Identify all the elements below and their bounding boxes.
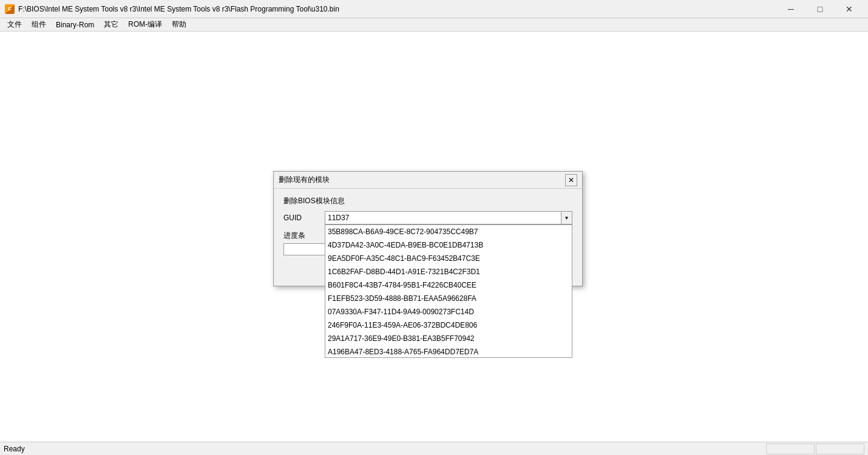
dropdown-item[interactable]: 4D37DA42-3A0C-4EDA-B9EB-BC0E1DB4713B xyxy=(325,238,572,252)
guid-container: ▼ 35B898CA-B6A9-49CE-8C72-904735CC49B74D… xyxy=(325,211,572,224)
dialog-delete-module: 删除现有的模块 ✕ 删除BIOS模块信息 GUID ▼ 35B898CA-B6A… xyxy=(273,171,583,286)
window-title: F:\BIOS\Intel ME System Tools v8 r3\Inte… xyxy=(18,5,777,13)
maximize-button[interactable]: □ xyxy=(806,0,834,18)
guid-input[interactable] xyxy=(325,211,561,224)
status-text: Ready xyxy=(4,445,25,453)
dropdown-item[interactable]: B601F8C4-43B7-4784-95B1-F4226CB40CEE xyxy=(325,278,572,292)
dropdown-item[interactable]: 9EA5DF0F-A35C-48C1-BAC9-F63452B47C3E xyxy=(325,252,572,265)
main-area: 删除现有的模块 ✕ 删除BIOS模块信息 GUID ▼ 35B898CA-B6A… xyxy=(0,32,868,442)
window-controls: ─ □ ✕ xyxy=(777,0,863,18)
menu-item-binary-rom[interactable]: Binary-Rom xyxy=(51,18,99,32)
dialog-title: 删除现有的模块 xyxy=(279,175,565,185)
status-panel-2 xyxy=(816,443,864,454)
dropdown-item[interactable]: F1EFB523-3D59-4888-BB71-EAA5A96628FA xyxy=(325,292,572,305)
guid-dropdown-list[interactable]: 35B898CA-B6A9-49CE-8C72-904735CC49B74D37… xyxy=(325,224,572,358)
section-label: 删除BIOS模块信息 xyxy=(283,196,572,206)
dropdown-item[interactable]: 29A1A717-36E9-49E0-B381-EA3B5FF70942 xyxy=(325,332,572,345)
menu-item-file[interactable]: 文件 xyxy=(2,18,27,32)
dialog-body: 删除BIOS模块信息 GUID ▼ 35B898CA-B6A9-49CE-8C7… xyxy=(274,189,582,286)
menu-item-component[interactable]: 组件 xyxy=(27,18,51,32)
dropdown-item[interactable]: 07A9330A-F347-11D4-9A49-0090273FC14D xyxy=(325,305,572,318)
dialog-titlebar: 删除现有的模块 ✕ xyxy=(274,172,582,189)
dropdown-item[interactable]: 246F9F0A-11E3-459A-AE06-372BDC4DE806 xyxy=(325,318,572,332)
dialog-close-button[interactable]: ✕ xyxy=(565,174,577,186)
dropdown-item[interactable]: A196BA47-8ED3-4188-A765-FA964DD7ED7A xyxy=(325,345,572,358)
status-right-panels xyxy=(766,443,864,454)
dropdown-item[interactable]: 1C6B2FAF-D8BD-44D1-A91E-7321B4C2F3D1 xyxy=(325,265,572,278)
guid-dropdown-button[interactable]: ▼ xyxy=(561,211,572,224)
menu-item-help[interactable]: 帮助 xyxy=(167,18,191,32)
status-panel-1 xyxy=(766,443,815,454)
titlebar: F F:\BIOS\Intel ME System Tools v8 r3\In… xyxy=(0,0,868,18)
menubar: 文件 组件 Binary-Rom 其它 ROM-编译 帮助 xyxy=(0,18,868,32)
statusbar: Ready xyxy=(0,442,868,455)
guid-row: GUID ▼ 35B898CA-B6A9-49CE-8C72-904735CC4… xyxy=(283,211,572,224)
close-button[interactable]: ✕ xyxy=(835,0,863,18)
guid-label: GUID xyxy=(283,214,320,222)
dropdown-item[interactable]: 35B898CA-B6A9-49CE-8C72-904735CC49B7 xyxy=(325,225,572,238)
app-icon: F xyxy=(5,4,15,14)
minimize-button[interactable]: ─ xyxy=(777,0,805,18)
menu-item-other[interactable]: 其它 xyxy=(99,18,123,32)
menu-item-rom-compile[interactable]: ROM-编译 xyxy=(123,18,167,32)
